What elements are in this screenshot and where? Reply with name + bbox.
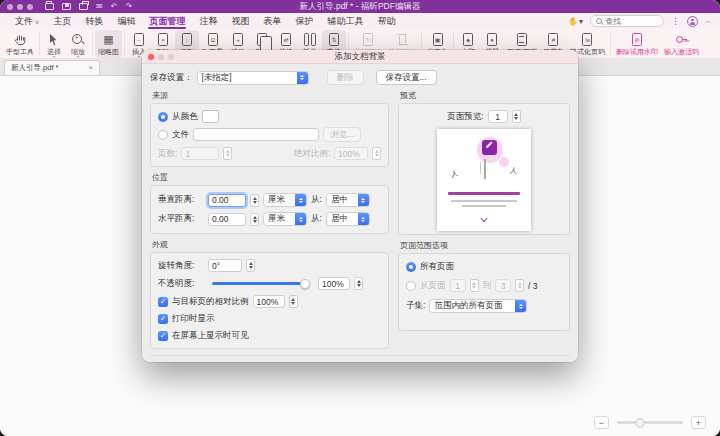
remove-trial-watermark-icon: ⊘ bbox=[632, 33, 642, 47]
subset-select[interactable]: 范围内的所有页面 bbox=[429, 299, 527, 313]
vertical-unit-select[interactable]: 厘米 bbox=[263, 193, 307, 207]
menu-form[interactable]: 表单 bbox=[256, 13, 288, 29]
opacity-stepper[interactable] bbox=[354, 277, 363, 290]
page-order-icon: 12 bbox=[208, 33, 218, 47]
page-preview-stepper[interactable] bbox=[512, 110, 521, 123]
chevron-down-icon: ▾ bbox=[138, 55, 140, 59]
select-stepper-icon bbox=[297, 72, 308, 84]
absolute-scale-stepper bbox=[372, 147, 381, 160]
page-range-section: 所有页面 从页面 到 / 3 子集 bbox=[398, 253, 570, 331]
body-text-placeholder bbox=[451, 200, 517, 202]
mail-icon[interactable]: ✉ bbox=[96, 2, 103, 11]
account-avatar[interactable] bbox=[687, 16, 698, 27]
menu-accessibility-tools[interactable]: 辅助工具 bbox=[320, 13, 370, 29]
rotation-stepper[interactable] bbox=[246, 259, 255, 272]
vertical-distance-input[interactable] bbox=[208, 194, 246, 207]
relative-scale-checkbox[interactable]: ✓ bbox=[158, 297, 168, 307]
zoom-control: − + bbox=[594, 416, 706, 429]
from-page-label: 从页面 bbox=[420, 280, 446, 292]
opacity-slider-handle[interactable] bbox=[300, 279, 310, 289]
horizontal-distance-label: 水平距离: bbox=[158, 213, 204, 225]
toolbar-hand-tool[interactable]: 手型工具 bbox=[3, 30, 37, 58]
relative-scale-stepper[interactable] bbox=[289, 295, 298, 308]
search-icon bbox=[596, 18, 602, 24]
minimize-window-button[interactable] bbox=[17, 4, 23, 10]
zoom-slider[interactable] bbox=[617, 421, 683, 424]
maximize-window-button[interactable] bbox=[27, 4, 33, 10]
absolute-scale-input bbox=[334, 147, 368, 160]
to-page-label: 到 bbox=[483, 280, 492, 292]
more-options-icon[interactable]: ⋮ bbox=[671, 16, 680, 26]
page-preview-label: 页面预览: bbox=[447, 111, 483, 123]
total-pages-label: / 3 bbox=[528, 281, 537, 291]
horizontal-unit-select[interactable]: 厘米 bbox=[263, 212, 307, 226]
zoom-slider-handle[interactable] bbox=[635, 418, 645, 428]
menu-file[interactable]: 文件∨ bbox=[8, 13, 46, 29]
page-range-radio[interactable] bbox=[406, 281, 416, 291]
menu-view[interactable]: 视图 bbox=[224, 13, 256, 29]
rotation-input[interactable] bbox=[208, 259, 242, 272]
header-footer-icon bbox=[517, 33, 527, 47]
vertical-from-select[interactable]: 居中 bbox=[326, 193, 370, 207]
menu-protect[interactable]: 保护 bbox=[288, 13, 320, 29]
document-tab[interactable]: 新人引导.pdf * × bbox=[4, 60, 100, 75]
from-color-radio[interactable] bbox=[158, 112, 168, 122]
menu-page-management[interactable]: 页面管理 bbox=[142, 13, 192, 29]
vertical-distance-stepper[interactable] bbox=[250, 194, 259, 207]
opacity-slider[interactable] bbox=[212, 282, 310, 285]
opacity-input[interactable] bbox=[318, 277, 350, 290]
horizontal-from-select[interactable]: 居中 bbox=[326, 212, 370, 226]
menu-home[interactable]: 主页 bbox=[46, 13, 78, 29]
menu-help[interactable]: 帮助 bbox=[370, 13, 402, 29]
from-file-radio[interactable] bbox=[158, 130, 168, 140]
horizontal-distance-stepper[interactable] bbox=[250, 213, 259, 226]
show-when-print-checkbox[interactable]: ✓ bbox=[158, 314, 168, 324]
all-pages-radio[interactable] bbox=[406, 262, 416, 272]
decorative-circle bbox=[499, 157, 509, 167]
search-box[interactable] bbox=[590, 15, 664, 27]
body-text-placeholder bbox=[462, 205, 506, 207]
search-input[interactable] bbox=[605, 17, 653, 26]
from-page-input bbox=[450, 279, 466, 292]
redo-icon[interactable]: ↷ bbox=[125, 2, 132, 11]
zoom-in-button[interactable]: + bbox=[691, 416, 706, 429]
save-settings-select[interactable]: [未指定] bbox=[197, 71, 309, 85]
close-window-button[interactable] bbox=[7, 4, 13, 10]
chevron-down-icon: ▾ bbox=[579, 17, 583, 26]
show-when-print-label: 打印时显示 bbox=[172, 313, 215, 325]
toolbar-thumbnails[interactable]: ▦ 缩略图 bbox=[95, 30, 122, 58]
source-section-label: 来源 bbox=[152, 90, 389, 101]
save-setting-button[interactable]: 保存设置... bbox=[376, 70, 437, 85]
file-path-input[interactable] bbox=[193, 128, 319, 141]
show-on-screen-checkbox[interactable]: ✓ bbox=[158, 331, 168, 341]
preview-section-label: 预览 bbox=[400, 90, 570, 101]
relative-scale-input[interactable] bbox=[253, 295, 285, 308]
preview-section: 页面预览: 人 人 bbox=[398, 103, 570, 235]
dialog-footer: 隐藏 取消 确定 bbox=[150, 355, 570, 362]
zoom-out-button[interactable]: − bbox=[594, 416, 609, 429]
menu-edit[interactable]: 编辑 bbox=[110, 13, 142, 29]
open-folder-icon[interactable] bbox=[45, 3, 54, 10]
menu-comment[interactable]: 注释 bbox=[192, 13, 224, 29]
tool-mode-dropdown[interactable]: ✋▾ bbox=[568, 17, 583, 26]
toolbar-enter-activation-code[interactable]: 输入激活码 bbox=[661, 30, 702, 58]
toolbar-zoom[interactable]: 缩放 ▾ bbox=[66, 30, 90, 58]
menu-convert[interactable]: 转换 bbox=[78, 13, 110, 29]
horizontal-distance-input[interactable] bbox=[208, 213, 246, 226]
collapse-toolbar-icon[interactable]: ︿ bbox=[705, 16, 712, 26]
color-swatch[interactable] bbox=[202, 110, 219, 123]
activation-code-icon bbox=[675, 33, 688, 47]
opacity-label: 不透明度: bbox=[158, 278, 204, 290]
close-tab-icon[interactable]: × bbox=[88, 64, 93, 72]
print-icon[interactable] bbox=[79, 3, 88, 10]
toolbar-select[interactable]: 选择 ▾ bbox=[42, 30, 66, 58]
undo-icon[interactable]: ↶ bbox=[111, 2, 118, 11]
toolbar-remove-trial-watermark[interactable]: ⊘ 删除试用水印 bbox=[613, 30, 661, 58]
page-copy-icon bbox=[257, 33, 267, 47]
save-icon[interactable] bbox=[62, 3, 71, 10]
file-label: 文件 bbox=[172, 129, 189, 141]
window-traffic-lights[interactable] bbox=[7, 4, 33, 10]
select-stepper-icon bbox=[358, 213, 369, 225]
to-page-input bbox=[495, 279, 511, 292]
page-preview-input[interactable] bbox=[488, 110, 508, 123]
